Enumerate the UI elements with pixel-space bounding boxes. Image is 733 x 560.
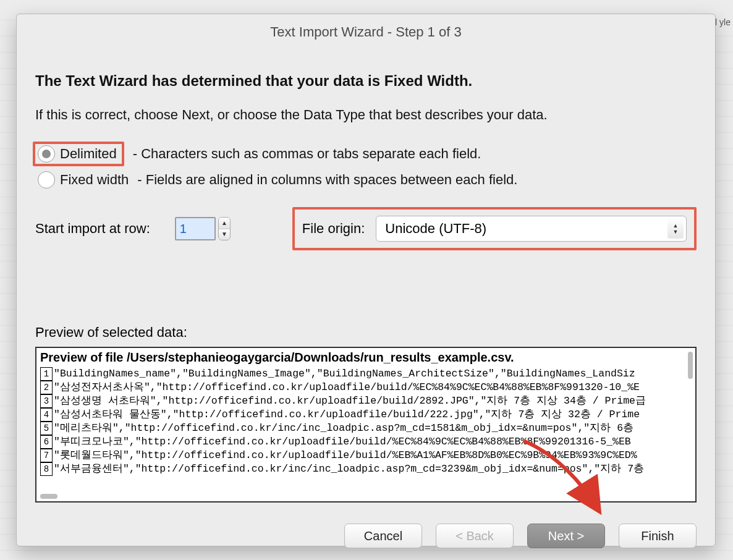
preview-line-text: "BuildingNames_name","BuildingNames_Imag… [54,367,635,381]
start-row-spinner[interactable]: ▲ ▼ [175,217,231,240]
preview-line-text: "롯데월드타워","http://officefind.co.kr/upload… [54,449,637,462]
spinner-down[interactable]: ▼ [219,229,230,240]
radio-delimited-desc: - Characters such as commas or tabs sepa… [133,146,481,162]
file-origin-value: Unicode (UTF-8) [385,221,486,237]
preview-box[interactable]: Preview of file /Users/stephanieogaygarc… [35,347,697,503]
dialog-title: Text Import Wizard - Step 1 of 3 [17,14,715,45]
start-row-input[interactable] [175,217,216,240]
preview-line-text: "삼성생명 서초타워","http://officefind.co.kr/upl… [54,394,646,408]
wizard-heading: The Text Wizard has determined that your… [35,72,697,90]
radio-icon [38,145,55,163]
file-origin-select[interactable]: Unicode (UTF-8) ▲▼ [376,216,687,242]
radio-fixed-width[interactable]: Fixed width [35,170,133,190]
preview-line-number: 8 [40,462,53,476]
preview-line-number: 5 [40,422,53,435]
preview-line: 8"서부금융센터","http://officefind.co.kr/inc/i… [40,462,692,476]
spinner-up[interactable]: ▲ [219,218,230,229]
highlight-delimited: Delimited [33,142,124,166]
preview-line-number: 3 [40,394,53,408]
cancel-button[interactable]: Cancel [344,524,422,548]
preview-vertical-scrollbar[interactable] [688,352,693,379]
radio-fixed-label: Fixed width [60,172,129,188]
preview-line-text: "삼성전자서초사옥","http://officefind.co.kr/uplo… [54,381,640,394]
text-import-wizard-dialog: Text Import Wizard - Step 1 of 3 The Tex… [16,14,716,546]
back-button: < Back [436,524,514,548]
preview-line-number: 2 [40,381,53,394]
preview-line-number: 4 [40,408,53,422]
preview-line: 7"롯데월드타워","http://officefind.co.kr/uploa… [40,449,692,462]
preview-line-text: "삼성서초타워 물산동","http://officefind.co.kr/up… [54,408,640,422]
start-row-label: Start import at row: [35,221,150,237]
wizard-subheading: If this is correct, choose Next, or choo… [35,107,697,123]
radio-delimited[interactable]: Delimited [38,145,117,163]
preview-line-text: "서부금융센터","http://officefind.co.kr/inc/in… [54,462,644,476]
radio-fixed-desc: - Fields are aligned in columns with spa… [137,172,517,188]
preview-line: 5"메리츠타워","http://officefind.co.kr/inc/in… [40,422,692,435]
preview-line: 4"삼성서초타워 물산동","http://officefind.co.kr/u… [40,408,692,422]
preview-line: 1"BuildingNames_name","BuildingNames_Ima… [40,367,692,381]
next-button[interactable]: Next > [527,524,605,548]
preview-line-number: 1 [40,367,53,381]
preview-horizontal-scrollbar[interactable] [40,494,57,499]
chevron-updown-icon: ▲▼ [667,219,684,239]
preview-file-title: Preview of file /Users/stephanieogaygarc… [40,350,692,365]
preview-line: 6"부띠크모나코","http://officefind.co.kr/uploa… [40,435,692,449]
preview-line-number: 7 [40,449,53,462]
highlight-file-origin: File origin: Unicode (UTF-8) ▲▼ [292,207,697,250]
preview-line-text: "부띠크모나코","http://officefind.co.kr/upload… [54,435,631,449]
finish-button[interactable]: Finish [619,524,697,548]
radio-delimited-label: Delimited [60,146,117,162]
preview-line: 3"삼성생명 서초타워","http://officefind.co.kr/up… [40,394,692,408]
file-origin-label: File origin: [302,221,365,237]
preview-line-number: 6 [40,435,53,449]
preview-line-text: "메리츠타워","http://officefind.co.kr/inc/inc… [54,422,633,435]
preview-label: Preview of selected data: [35,325,697,341]
radio-icon [38,171,55,189]
preview-line: 2"삼성전자서초사옥","http://officefind.co.kr/upl… [40,381,692,394]
